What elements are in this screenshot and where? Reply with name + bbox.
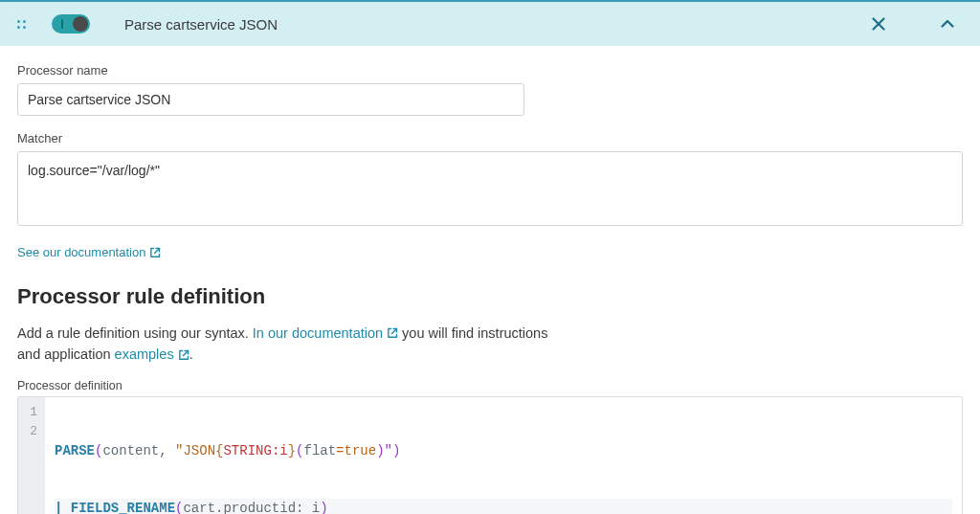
line-number: 1 xyxy=(24,403,37,422)
rule-definition-heading: Processor rule definition xyxy=(17,284,963,309)
code-gutter: 1 2 xyxy=(18,397,45,514)
close-button[interactable] xyxy=(865,11,892,37)
code-body[interactable]: PARSE(content, "JSON{STRING:i}(flat=true… xyxy=(45,397,962,514)
matcher-input[interactable] xyxy=(17,151,963,226)
matcher-field: Matcher xyxy=(17,131,963,229)
processor-definition-label: Processor definition xyxy=(17,379,963,392)
close-icon xyxy=(871,16,886,32)
external-link-icon xyxy=(178,349,189,361)
collapse-button[interactable] xyxy=(934,11,961,37)
chevron-up-icon xyxy=(939,15,956,33)
code-line: | FIELDS_RENAME(cart.productid: i) xyxy=(55,499,952,514)
toggle-knob xyxy=(73,16,88,32)
rule-definition-description: Add a rule definition using our syntax. … xyxy=(17,323,553,366)
processor-definition-editor[interactable]: 1 2 PARSE(content, "JSON{STRING:i}(flat=… xyxy=(17,396,963,514)
processor-name-label: Processor name xyxy=(17,63,963,78)
desc-suffix: . xyxy=(189,346,193,362)
examples-link[interactable]: examples xyxy=(115,344,189,365)
processor-title: Parse cartservice JSON xyxy=(124,16,850,33)
processor-name-field: Processor name xyxy=(17,63,963,116)
code-line: PARSE(content, "JSON{STRING:i}(flat=true… xyxy=(55,441,952,460)
see-documentation-link[interactable]: See our documentation xyxy=(17,245,161,259)
desc-prefix: Add a rule definition using our syntax. xyxy=(17,325,253,341)
processor-content: Processor name Matcher See our documenta… xyxy=(0,46,980,514)
line-number: 2 xyxy=(24,422,37,441)
drag-handle-icon[interactable] xyxy=(13,16,29,32)
processor-name-input[interactable] xyxy=(17,83,524,116)
in-our-documentation-link[interactable]: In our documentation xyxy=(253,323,398,344)
external-link-icon xyxy=(149,247,161,258)
external-link-icon xyxy=(387,327,398,339)
see-documentation-label: See our documentation xyxy=(17,245,145,259)
matcher-label: Matcher xyxy=(17,131,963,145)
processor-header-bar: Parse cartservice JSON xyxy=(0,2,980,46)
enabled-toggle[interactable] xyxy=(52,14,90,34)
toggle-on-indicator xyxy=(61,19,63,29)
